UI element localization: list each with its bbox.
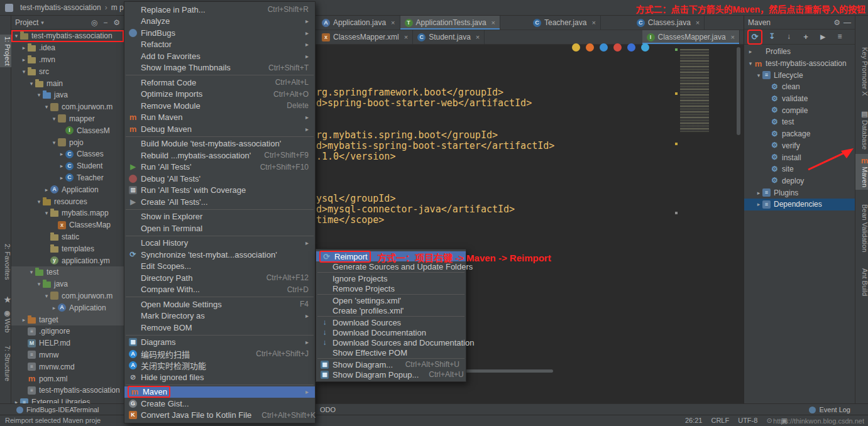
tool-button-event-log[interactable]: Event Log <box>806 404 853 415</box>
gear-icon[interactable]: ⚙ <box>833 18 840 27</box>
menu-item-findbugs[interactable]: FindBugs▸ <box>124 27 315 39</box>
expand-arrow-icon[interactable]: ▾ <box>43 210 50 216</box>
tool-button-terminal[interactable]: Terminal <box>70 404 102 415</box>
import-changes-button[interactable]: ↧ <box>766 31 777 43</box>
menu-item-directory-path[interactable]: Directory PathCtrl+Alt+F12 <box>124 272 315 284</box>
menu-item-compare-with[interactable]: Compare With...Ctrl+D <box>124 284 315 296</box>
menu-item-run-all-tests[interactable]: ▶Run 'All Tests'Ctrl+Shift+F10 <box>124 161 315 173</box>
menu-item-open-settings-xml[interactable]: Open 'settings.xml' <box>316 295 466 305</box>
maven-node-profiles[interactable]: ▸Profiles <box>744 46 855 58</box>
tree-item-mapper[interactable]: ▾mapper <box>11 113 124 125</box>
encoding[interactable]: UTF-8 <box>738 417 757 425</box>
maven-node-package[interactable]: ⚙package <box>744 128 855 140</box>
tree-item-com-jourwon-m[interactable]: ▾com.jourwon.m <box>11 101 124 113</box>
maven-node-compile[interactable]: ⚙compile <box>744 104 855 116</box>
vertical-scrollbar[interactable] <box>737 47 740 135</box>
menu-item-show-in-explorer[interactable]: Show in Explorer <box>124 211 315 223</box>
chevron-down-icon[interactable]: ▾ <box>41 19 44 26</box>
tree-item-src[interactable]: ▾src <box>11 65 124 77</box>
tree-item-idea[interactable]: ▸.idea <box>11 42 124 54</box>
tool-button-key-promoter-x[interactable]: Key Promoter X <box>855 45 868 99</box>
line-ending[interactable]: CRLF <box>711 417 729 425</box>
tree-item-com-jourwon-m[interactable]: ▾com.jourwon.m <box>11 290 124 302</box>
menu-item-create-gist[interactable]: GCreate Gist... <box>124 398 315 410</box>
maven-node-dependencies[interactable]: ▸≡Dependencies <box>744 199 855 210</box>
expand-arrow-icon[interactable]: ▾ <box>28 80 35 87</box>
menu-item-run-maven[interactable]: mRun Maven▸ <box>124 112 315 124</box>
menu-item-local-history[interactable]: Local History▸ <box>124 238 315 249</box>
menu-item-ignore-projects[interactable]: Ignore Projects <box>316 273 466 283</box>
menu-item-create-profiles-xml[interactable]: Create 'profiles.xml' <box>316 305 466 315</box>
locate-icon[interactable]: ◎ <box>91 18 97 27</box>
maven-node-lifecycle[interactable]: ▾≡Lifecycle <box>744 69 855 81</box>
caret-position[interactable]: 26:21 <box>685 417 703 425</box>
tool-button-ant-build[interactable]: Ant Build <box>855 266 868 298</box>
menu-item-remove-projects[interactable]: Remove Projects <box>316 283 466 293</box>
expand-arrow-icon[interactable]: ▸ <box>755 190 762 196</box>
maven-node-deploy[interactable]: ⚙deploy <box>744 175 855 187</box>
menu-item-download-sources-and-documentation[interactable]: ↓Download Sources and Documentation <box>316 337 466 347</box>
tree-item-static[interactable]: static <box>11 231 124 243</box>
expand-arrow-icon[interactable]: ▾ <box>43 293 50 299</box>
expand-arrow-icon[interactable]: ▸ <box>43 187 50 193</box>
browser-chrome-icon[interactable] <box>572 43 580 52</box>
menu-item-rebuild-mybatis-association[interactable]: Rebuild ...mybatis-association'Ctrl+Shif… <box>124 150 315 161</box>
tool-button-findbugs[interactable]: FindBugs-IDEA <box>14 404 77 415</box>
expand-arrow-icon[interactable]: ▸ <box>58 163 65 169</box>
menu-item-maven[interactable]: mMaven▸ <box>124 386 315 398</box>
menu-item-optimize-imports[interactable]: Optimize ImportsCtrl+Alt+O <box>124 89 315 101</box>
menu-item-debug-maven[interactable]: mDebug Maven▸ <box>124 123 315 135</box>
maven-node-plugins[interactable]: ▸≡Plugins <box>744 187 855 199</box>
expand-arrow-icon[interactable]: ▸ <box>20 57 28 63</box>
expand-arrow-icon[interactable]: ▾ <box>13 33 20 39</box>
menu-item-refactor[interactable]: Refactor▸ <box>124 39 315 51</box>
expand-arrow-icon[interactable]: ▾ <box>20 68 28 75</box>
menu-item-analyze[interactable]: Analyze▸ <box>124 16 315 28</box>
expand-arrow-icon[interactable]: ▸ <box>20 317 28 323</box>
expand-arrow-icon[interactable]: ▸ <box>755 201 762 207</box>
menu-item-download-sources[interactable]: ↓Download Sources <box>316 317 466 327</box>
expand-arrow-icon[interactable]: ▸ <box>20 45 28 51</box>
maven-node-validate[interactable]: ⚙validate <box>744 93 855 105</box>
expand-arrow-icon[interactable]: ▾ <box>755 72 762 79</box>
tree-item-application-ym[interactable]: yapplication.ym <box>11 254 124 266</box>
menu-item-remove-bom[interactable]: Remove BOM <box>124 322 315 334</box>
tree-item-test[interactable]: ▾test <box>11 266 124 278</box>
expand-arrow-icon[interactable]: ▾ <box>35 92 43 98</box>
tool-button-2-favorites[interactable]: 2: Favorites <box>0 242 11 281</box>
menu-item-show-diagram-popup[interactable]: ▦Show Diagram Popup...Ctrl+Alt+U <box>316 369 466 380</box>
download-docs-button[interactable]: ↓ <box>783 31 794 43</box>
settings-menu-button[interactable]: ≡ <box>834 31 845 43</box>
menu-item-synchronize-test-mybat-association[interactable]: ⟳Synchronize 'test-mybat...association' <box>124 249 315 261</box>
menu-item-diagrams[interactable]: ▦Diagrams▸ <box>124 337 315 349</box>
tool-button-1-project[interactable]: 1: Project <box>0 35 11 67</box>
menu-item-debug-all-tests[interactable]: Debug 'All Tests' <box>124 173 315 185</box>
menu-item-edit-scopes[interactable]: Edit Scopes... <box>124 261 315 273</box>
tree-item-pom-xml[interactable]: mpom.xml <box>11 373 124 385</box>
tool-button-star[interactable]: ★ <box>0 293 11 307</box>
menu-item-hide-ignored-files[interactable]: ⊘Hide ignored files <box>124 371 315 383</box>
expand-arrow-icon[interactable]: ▸ <box>50 305 58 311</box>
expand-arrow-icon[interactable]: ▸ <box>58 151 65 157</box>
tree-item-gitignore[interactable]: ≡.gitignore <box>11 325 124 337</box>
tree-item-mvn[interactable]: ▸.mvn <box>11 54 124 66</box>
menu-item-mark-directory-as[interactable]: Mark Directory as▸ <box>124 310 315 322</box>
expand-arrow-icon[interactable]: ▸ <box>58 175 65 181</box>
expand-arrow-icon[interactable]: ▸ <box>13 399 20 403</box>
menu-item-open-in-terminal[interactable]: Open in Terminal <box>124 222 315 234</box>
tool-button-web[interactable]: ◉Web <box>0 307 11 334</box>
menu-item-create-all-tests[interactable]: ▶Create 'All Tests'... <box>124 196 315 208</box>
browser-ie-icon[interactable] <box>600 43 608 52</box>
tree-item-templates[interactable]: templates <box>11 243 124 254</box>
tree-item-main[interactable]: ▾main <box>11 77 124 89</box>
tool-button-7-structure[interactable]: 7: Structure <box>0 344 11 383</box>
tree-item-external-libraries[interactable]: ▸≡External Libraries <box>11 396 124 403</box>
settings-icon[interactable]: ⚙ <box>113 18 120 27</box>
tree-item-mvnw[interactable]: ≡mvnw <box>11 349 124 361</box>
menu-item-replace-in-path[interactable]: Replace in Path...Ctrl+Shift+R <box>124 4 315 16</box>
tree-item-test-mybatis-association[interactable]: ▾test-mybatis-association <box>11 30 124 42</box>
browser-edge-icon[interactable] <box>627 43 635 52</box>
menu-item-download-documentation[interactable]: ↓Download Documentation <box>316 327 466 337</box>
tree-item-java[interactable]: ▾java <box>11 278 124 290</box>
menu-item-run-all-tests-with-coverage[interactable]: ▥Run 'All Tests' with Coverage <box>124 185 315 197</box>
